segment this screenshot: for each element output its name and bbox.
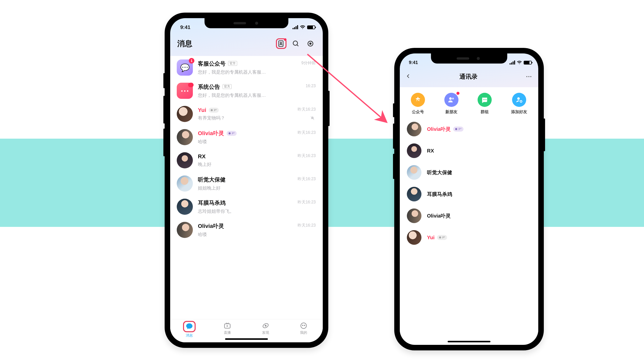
chat-preview: 姐姐晚上好 — [198, 185, 316, 191]
back-icon[interactable] — [406, 74, 411, 80]
quick-add[interactable]: 添加好友 — [511, 93, 527, 115]
chat-preview: 晚上好 — [198, 161, 316, 167]
contact-row[interactable]: 听觉大保健 — [400, 162, 538, 183]
avatar — [177, 152, 193, 168]
chat-preview: 志玲姐姐带你飞。 — [198, 208, 316, 214]
chat-row[interactable]: 系统公告 官方 您好，我是您的专属机器人客服… 16:23 — [170, 79, 323, 102]
avatar — [177, 129, 193, 145]
chat-row[interactable]: RX 晚上好 昨天16:23 — [170, 149, 323, 172]
nav-discover[interactable]: 发现 — [246, 322, 285, 335]
chat-preview: 您好，我是您的专属机器人客服… — [198, 69, 316, 75]
svg-point-13 — [483, 99, 484, 100]
chat-time: 昨天16:23 — [298, 176, 316, 182]
chat-time: 昨天16:23 — [298, 153, 316, 159]
user-badge-pill: Pᵀ — [437, 235, 447, 240]
avatar — [407, 208, 421, 223]
nav-live[interactable]: 直播 — [208, 322, 247, 335]
nav-me[interactable]: 我的 — [285, 322, 323, 335]
wifi-icon — [300, 25, 305, 29]
messages-header: 消息 — [170, 33, 323, 54]
quick-friends[interactable]: 新朋友 — [444, 93, 458, 115]
check-icon — [411, 93, 425, 107]
quick-label: 群组 — [481, 109, 489, 115]
contact-name: Olivia卟灵Pᵀ — [427, 126, 463, 133]
chat-name: 系统公告 官方 — [198, 83, 316, 91]
chat-row[interactable]: 1 客服公众号 官方 您好，我是您的专属机器人客服… 9分钟前 — [170, 56, 323, 79]
chat-row[interactable]: Olivia卟灵 Pᵀ 哈喽 昨天16:23 — [170, 126, 323, 149]
quick-group[interactable]: 群组 — [478, 93, 492, 115]
guide-arrow — [304, 50, 394, 141]
avatar — [177, 199, 193, 215]
contact-name: 耳膜马杀鸡 — [427, 191, 452, 198]
chat-name: 客服公众号 官方 — [198, 60, 316, 68]
svg-point-9 — [302, 325, 303, 326]
avatar — [407, 187, 421, 201]
chat-preview: 有养宠物吗？ — [198, 115, 316, 121]
avatar — [407, 122, 421, 136]
chat-row[interactable]: 耳膜马杀鸡 志玲姐姐带你飞。 昨天16:23 — [170, 195, 323, 218]
page-title: 消息 — [177, 39, 192, 49]
contact-row[interactable]: Olivia卟灵 — [400, 205, 538, 227]
badge-dot — [284, 38, 287, 41]
user-badge-pill: Pᵀ — [209, 108, 219, 113]
chat-preview: 哈喽 — [198, 139, 316, 145]
contact-row[interactable]: Olivia卟灵Pᵀ — [400, 118, 538, 140]
canvas: 9:41 消息 — [0, 0, 644, 363]
svg-point-8 — [301, 323, 307, 329]
unread-badge: 1 — [189, 58, 194, 64]
badge-dot — [456, 92, 459, 95]
avatar — [177, 83, 193, 99]
nav-label: 消息 — [186, 333, 193, 338]
contact-row[interactable]: YuiPᵀ — [400, 227, 538, 248]
svg-point-1 — [280, 42, 282, 44]
group-icon — [478, 93, 492, 107]
nav-label: 我的 — [300, 330, 307, 335]
contacts-icon[interactable] — [276, 38, 287, 49]
status-time: 9:41 — [409, 60, 418, 65]
highlight-box — [183, 321, 196, 332]
svg-point-4 — [310, 43, 311, 44]
avatar: 1 — [177, 59, 193, 76]
quick-label: 添加好友 — [511, 109, 527, 115]
chat-row[interactable]: Yui Pᵀ 有养宠物吗？ 昨天16:23 — [170, 102, 323, 126]
avatar — [177, 222, 193, 238]
avatar — [407, 165, 421, 180]
contacts-header: 通讯录 ••• — [400, 68, 538, 85]
phone-right: 9:41 通讯录 ••• 公众号新朋友群组添加好友 Olivia卟灵Pᵀ RX … — [394, 48, 544, 350]
signal-icon — [510, 60, 515, 65]
battery-icon — [524, 61, 532, 65]
chat-preview: 您好，我是您的专属机器人客服… — [198, 92, 316, 98]
chat-row[interactable]: Olivia卟灵 哈喽 昨天16:23 — [170, 218, 323, 241]
svg-point-7 — [265, 325, 266, 326]
user-badge-pill: Pᵀ — [227, 131, 237, 136]
chat-time: 昨天16:23 — [298, 223, 316, 228]
signal-icon — [293, 25, 298, 29]
chat-row[interactable]: 听觉大保健 姐姐晚上好 昨天16:23 — [170, 172, 323, 195]
nav-messages[interactable]: 消息 — [170, 322, 208, 338]
chat-preview: 哈喽 — [198, 231, 316, 237]
svg-point-12 — [452, 98, 454, 100]
nav-label: 发现 — [262, 330, 269, 335]
contact-name: YuiPᵀ — [427, 235, 447, 240]
notch — [204, 18, 288, 28]
home-indicator — [225, 338, 268, 340]
chat-list[interactable]: 1 客服公众号 官方 您好，我是您的专属机器人客服… 9分钟前 系统公告 官方 … — [170, 56, 323, 319]
quick-check[interactable]: 公众号 — [411, 93, 425, 115]
contact-name: RX — [427, 148, 434, 154]
svg-point-10 — [304, 325, 305, 326]
user-badge-pill: Pᵀ — [453, 127, 463, 132]
contact-name: Olivia卟灵 — [427, 213, 451, 219]
contact-name: 听觉大保健 — [427, 169, 452, 176]
contact-row[interactable]: 耳膜马杀鸡 — [400, 183, 538, 205]
avatar — [407, 143, 421, 158]
more-icon[interactable]: ••• — [526, 75, 532, 79]
contacts-list[interactable]: 公众号新朋友群组添加好友 Olivia卟灵Pᵀ RX 听觉大保健 耳膜马杀鸡 O… — [400, 87, 538, 335]
avatar — [407, 230, 421, 245]
unread-badge — [188, 83, 194, 87]
target-icon[interactable] — [305, 38, 316, 49]
contact-row[interactable]: RX — [400, 140, 538, 162]
search-icon[interactable] — [291, 38, 301, 49]
official-tag: 官方 — [228, 61, 237, 66]
home-indicator — [448, 341, 490, 342]
quick-label: 新朋友 — [445, 109, 457, 115]
